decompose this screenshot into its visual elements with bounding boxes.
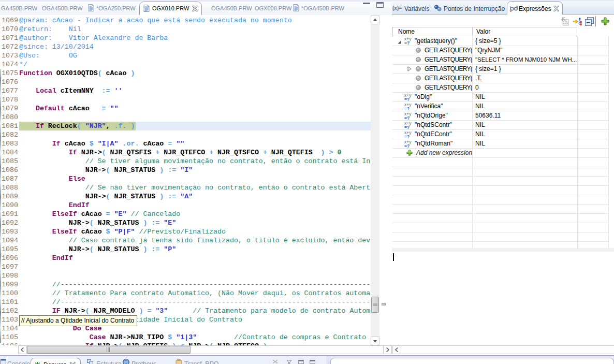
svg-text:=?: =? [404, 40, 410, 45]
svg-text:=?: =? [404, 115, 410, 120]
svg-text:x: x [510, 9, 512, 12]
svg-text:=?: =? [404, 143, 410, 148]
svg-text:=?: =? [404, 106, 410, 111]
svg-text:=?: =? [404, 97, 410, 101]
svg-text:=?: =? [404, 125, 410, 129]
svg-text:=?: =? [404, 134, 410, 139]
